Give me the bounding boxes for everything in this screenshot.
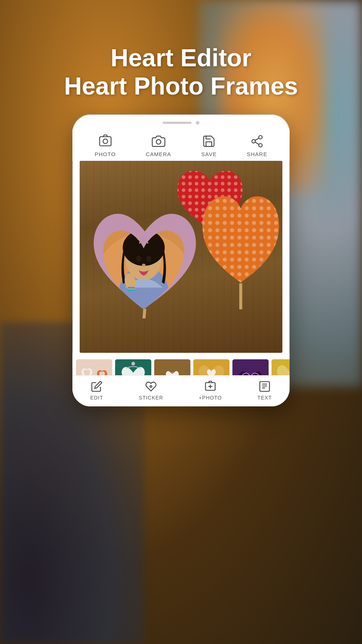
svg-point-23 <box>142 264 146 267</box>
svg-point-20 <box>146 237 150 241</box>
svg-point-22 <box>146 255 151 262</box>
nav-sticker[interactable]: STICKER <box>139 380 163 401</box>
phone-notch <box>72 114 290 128</box>
sticker-icon <box>144 380 157 393</box>
toolbar: PHOTO CAMERA <box>72 128 290 161</box>
toolbar-photo-label: PHOTO <box>95 151 116 157</box>
toolbar-save-label: SAVE <box>201 151 217 157</box>
svg-point-36 <box>150 386 152 388</box>
toolbar-photo[interactable]: PHOTO <box>95 134 116 157</box>
camera-icon <box>151 134 166 149</box>
svg-rect-40 <box>260 382 270 392</box>
svg-line-7 <box>255 138 259 141</box>
svg-point-5 <box>259 144 262 147</box>
svg-rect-25 <box>128 287 135 289</box>
title-line1: Heart Editor <box>110 44 251 71</box>
orange-heart-balloon <box>195 183 282 309</box>
main-photo-frame[interactable] <box>80 161 282 353</box>
app-title: Heart Editor Heart Photo Frames <box>35 43 327 100</box>
svg-point-1 <box>103 139 108 144</box>
nav-text-label: TEXT <box>257 395 272 401</box>
svg-point-21 <box>136 255 141 262</box>
svg-line-6 <box>255 142 259 145</box>
svg-point-19 <box>138 237 141 241</box>
phone-camera-dot <box>196 121 199 125</box>
toolbar-share-label: SHARE <box>247 151 268 157</box>
bottom-navigation: EDIT STICKER <box>72 375 290 406</box>
add-photo-icon <box>204 380 217 393</box>
svg-point-27 <box>141 232 147 238</box>
photo-icon <box>98 134 113 149</box>
toolbar-share[interactable]: SHARE <box>247 134 268 157</box>
svg-rect-0 <box>100 137 111 146</box>
nav-edit-label: EDIT <box>90 395 103 401</box>
nav-edit[interactable]: EDIT <box>90 380 103 401</box>
svg-point-3 <box>259 136 262 139</box>
svg-point-2 <box>156 140 161 145</box>
share-icon <box>249 134 265 149</box>
toolbar-camera-label: CAMERA <box>146 151 171 157</box>
save-icon <box>201 134 216 149</box>
nav-add-photo-label: +PHOTO <box>199 395 222 401</box>
edit-icon <box>90 380 103 393</box>
nav-add-photo[interactable]: +PHOTO <box>199 380 222 401</box>
title-line2: Heart Photo Frames <box>64 72 298 100</box>
svg-point-17 <box>123 230 165 266</box>
svg-point-4 <box>252 140 256 143</box>
svg-rect-26 <box>128 289 135 291</box>
nav-text[interactable]: TEXT <box>257 380 272 401</box>
svg-point-18 <box>141 238 147 243</box>
toolbar-save[interactable]: SAVE <box>201 134 217 157</box>
nav-sticker-label: STICKER <box>139 395 163 401</box>
svg-point-28 <box>142 234 145 237</box>
person-photo <box>89 212 199 315</box>
svg-point-31 <box>131 362 135 365</box>
phone-speaker <box>163 122 191 124</box>
toolbar-camera[interactable]: CAMERA <box>146 134 171 157</box>
text-icon <box>258 380 271 393</box>
phone-mockup: PHOTO CAMERA <box>72 114 290 406</box>
